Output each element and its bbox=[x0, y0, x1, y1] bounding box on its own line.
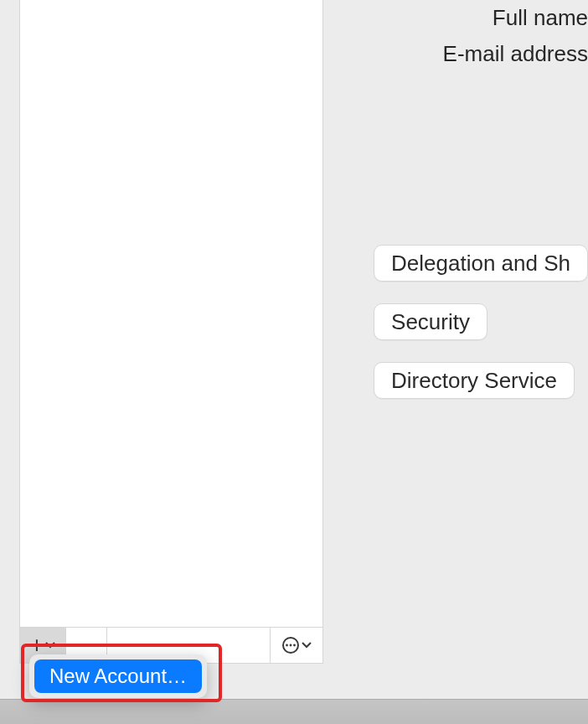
minus-icon: − bbox=[80, 634, 93, 657]
security-button[interactable]: Security bbox=[374, 303, 487, 340]
account-details-panel: Full name E-mail address Delegation and … bbox=[348, 0, 588, 664]
accounts-list[interactable] bbox=[20, 0, 322, 627]
full-name-label: Full name bbox=[493, 5, 588, 31]
plus-icon: + bbox=[30, 634, 44, 657]
svg-point-1 bbox=[286, 644, 288, 647]
add-account-menu: New Account… bbox=[29, 654, 207, 698]
email-address-label: E-mail address bbox=[443, 41, 588, 67]
chevron-down-icon bbox=[302, 642, 312, 649]
chevron-down-icon bbox=[45, 642, 55, 649]
svg-point-3 bbox=[293, 644, 296, 647]
window-bottom-strip bbox=[0, 699, 588, 724]
actions-button[interactable] bbox=[271, 628, 322, 663]
directory-service-button[interactable]: Directory Service bbox=[374, 362, 575, 399]
ellipsis-circle-icon bbox=[281, 636, 300, 654]
new-account-menu-item[interactable]: New Account… bbox=[34, 659, 202, 693]
accounts-sidebar: + − bbox=[19, 0, 323, 664]
delegation-sharing-button[interactable]: Delegation and Sh bbox=[374, 245, 588, 282]
svg-point-2 bbox=[290, 644, 292, 647]
